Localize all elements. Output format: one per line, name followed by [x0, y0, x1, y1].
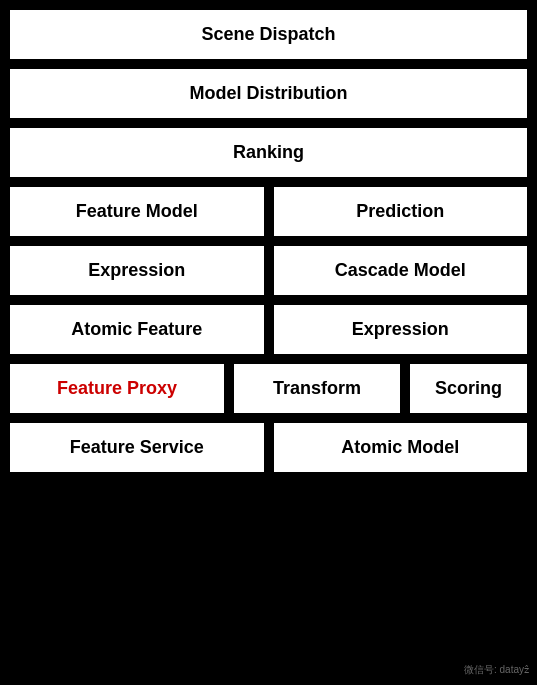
cascade-model: Cascade Model: [272, 244, 530, 297]
expression-2: Expression: [272, 303, 530, 356]
row-proxy-transform-scoring: Feature ProxyTransformScoring: [8, 362, 529, 415]
prediction: Prediction: [272, 185, 530, 238]
row-scene-dispatch: Scene Dispatch: [8, 8, 529, 61]
transform: Transform: [232, 362, 402, 415]
row-atomic-expression: Atomic FeatureExpression: [8, 303, 529, 356]
row-feature-model-prediction: Feature ModelPrediction: [8, 185, 529, 238]
row-expression-cascade: ExpressionCascade Model: [8, 244, 529, 297]
row-feature-service-atomic-model: Feature ServiceAtomic Model: [8, 421, 529, 474]
feature-proxy: Feature Proxy: [8, 362, 226, 415]
watermark: 微信号: datayẑ: [464, 663, 529, 677]
row-ranking: Ranking: [8, 126, 529, 179]
atomic-feature: Atomic Feature: [8, 303, 266, 356]
expression-1: Expression: [8, 244, 266, 297]
feature-model: Feature Model: [8, 185, 266, 238]
ranking: Ranking: [8, 126, 529, 179]
row-model-distribution: Model Distribution: [8, 67, 529, 120]
feature-service: Feature Service: [8, 421, 266, 474]
architecture-diagram: Scene DispatchModel DistributionRankingF…: [8, 8, 529, 474]
model-distribution: Model Distribution: [8, 67, 529, 120]
scoring: Scoring: [408, 362, 529, 415]
scene-dispatch: Scene Dispatch: [8, 8, 529, 61]
atomic-model: Atomic Model: [272, 421, 530, 474]
